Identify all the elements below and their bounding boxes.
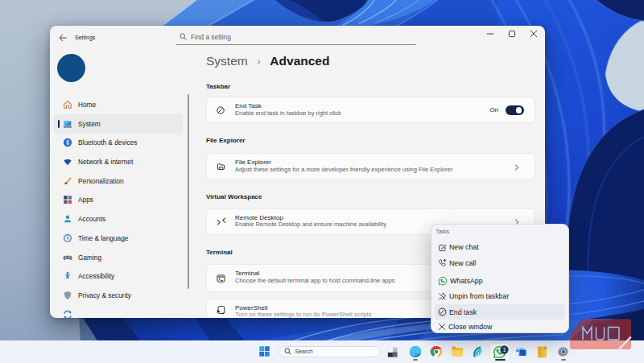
svg-text:1: 1 [502, 346, 506, 353]
